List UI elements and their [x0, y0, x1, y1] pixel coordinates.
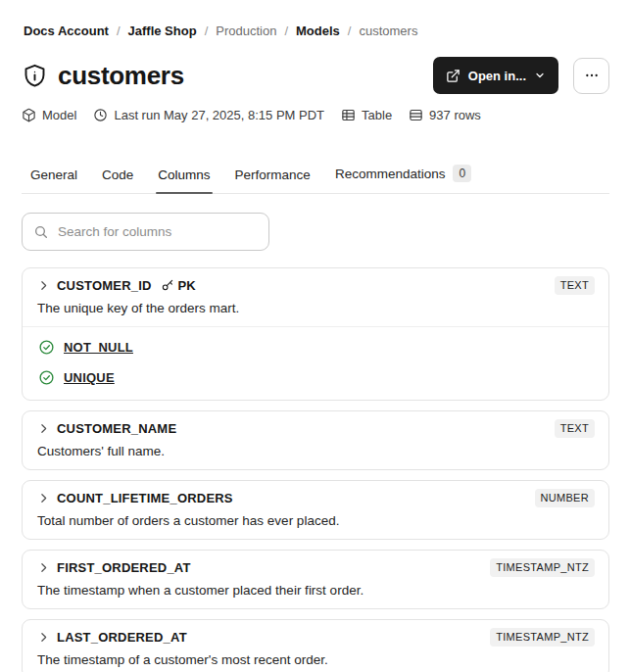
key-icon [161, 278, 174, 292]
rows-icon [409, 108, 423, 122]
column-card-customer-id: CUSTOMER_ID PK TEXT The unique k [22, 267, 609, 401]
clock-icon [93, 108, 108, 122]
breadcrumb-item-production[interactable]: Production [216, 24, 276, 38]
column-card-count-lifetime-orders: COUNT_LIFETIME_ORDERS NUMBER Total numbe… [22, 480, 609, 540]
column-type-badge: TEXT [555, 276, 595, 295]
chevron-right-icon[interactable] [37, 561, 50, 574]
meta-item-last-run: Last run May 27, 2025, 8:15 PM PDT [93, 108, 324, 122]
search-icon [33, 224, 49, 240]
column-name: FIRST_ORDERED_AT [57, 560, 191, 575]
column-type-badge: TEXT [555, 419, 595, 438]
column-name: CUSTOMER_ID [57, 278, 152, 293]
search-box [22, 213, 269, 251]
primary-key-indicator: PK [161, 278, 196, 293]
column-type-badge: TIMESTAMP_NTZ [490, 558, 595, 577]
table-icon [341, 108, 356, 122]
meta-item-row-count: 937 rows [409, 108, 481, 122]
title-bar: customers Open in... [22, 57, 609, 94]
breadcrumb-item-customers: customers [359, 24, 417, 38]
chevron-right-icon[interactable] [37, 279, 50, 292]
meta-label: 937 rows [429, 108, 481, 122]
cube-icon [22, 108, 36, 122]
meta-row: Model Last run May 27, 2025, 8:15 PM PDT [22, 108, 609, 122]
column-list: CUSTOMER_ID PK TEXT The unique k [22, 267, 609, 672]
test-link-unique[interactable]: UNIQUE [64, 370, 115, 385]
open-in-button[interactable]: Open in... [433, 57, 558, 94]
breadcrumb-link-jaffle-shop[interactable]: Jaffle Shop [128, 24, 197, 38]
test-row: UNIQUE [38, 369, 594, 386]
breadcrumb-separator: / [117, 24, 121, 38]
test-row: NOT_NULL [38, 339, 594, 356]
search-input[interactable] [58, 224, 258, 239]
meta-item-materialization: Table [341, 108, 392, 122]
open-in-button-label: Open in... [468, 69, 526, 83]
column-card-first-ordered-at: FIRST_ORDERED_AT TIMESTAMP_NTZ The times… [22, 550, 609, 609]
column-name: COUNT_LIFETIME_ORDERS [57, 491, 233, 505]
meta-label: Model [42, 108, 76, 122]
breadcrumb-separator: / [205, 24, 209, 38]
breadcrumb-separator: / [284, 24, 288, 38]
column-description: The unique key of the orders mart. [37, 300, 595, 316]
primary-key-label: PK [178, 278, 196, 293]
external-link-icon [446, 69, 460, 83]
breadcrumb: Docs Account / Jaffle Shop / Production … [22, 24, 609, 38]
column-description: The timestamp when a customer placed the… [37, 582, 595, 599]
chevron-right-icon[interactable] [37, 631, 50, 644]
column-card-last-ordered-at: LAST_ORDERED_AT TIMESTAMP_NTZ The timest… [22, 619, 609, 672]
column-description: Customers' full name. [37, 443, 595, 459]
shield-exclamation-icon [22, 63, 48, 89]
chevron-right-icon[interactable] [37, 492, 50, 504]
column-type-badge: NUMBER [535, 489, 595, 507]
page: Docs Account / Jaffle Shop / Production … [0, 0, 630, 672]
tab-recommendations-label: Recommendations [335, 167, 446, 181]
meta-label: Table [362, 108, 392, 122]
breadcrumb-link-docs-account[interactable]: Docs Account [24, 24, 109, 38]
column-description: The timestamp of a customer's most recen… [37, 651, 595, 668]
more-options-button[interactable] [573, 58, 609, 94]
tab-bar: General Code Columns Performance Recomme… [22, 165, 609, 194]
chevron-down-icon [534, 70, 546, 81]
tab-code[interactable]: Code [102, 168, 133, 193]
breadcrumb-separator: / [348, 24, 352, 38]
tab-general[interactable]: General [30, 168, 77, 193]
tab-recommendations[interactable]: Recommendations 0 [335, 165, 471, 193]
breadcrumb-link-models[interactable]: Models [296, 24, 340, 38]
tab-performance[interactable]: Performance [235, 168, 311, 193]
meta-label: Last run May 27, 2025, 8:15 PM PDT [114, 108, 324, 122]
recommendations-count-badge: 0 [453, 165, 471, 182]
column-card-customer-name: CUSTOMER_NAME TEXT Customers' full name. [22, 410, 609, 470]
page-title: customers [58, 61, 184, 91]
column-description: Total number of orders a customer has ev… [37, 512, 595, 529]
meta-item-model-type: Model [22, 108, 76, 122]
column-name: LAST_ORDERED_AT [57, 630, 187, 645]
chevron-right-icon[interactable] [37, 422, 50, 435]
check-circle-icon [38, 369, 55, 386]
column-type-badge: TIMESTAMP_NTZ [490, 628, 595, 647]
ellipsis-icon [584, 68, 600, 83]
check-circle-icon [38, 339, 55, 356]
column-name: CUSTOMER_NAME [57, 421, 176, 436]
tab-columns[interactable]: Columns [158, 168, 210, 193]
test-link-not-null[interactable]: NOT_NULL [64, 340, 133, 355]
column-tests: NOT_NULL UNIQUE [23, 326, 608, 400]
